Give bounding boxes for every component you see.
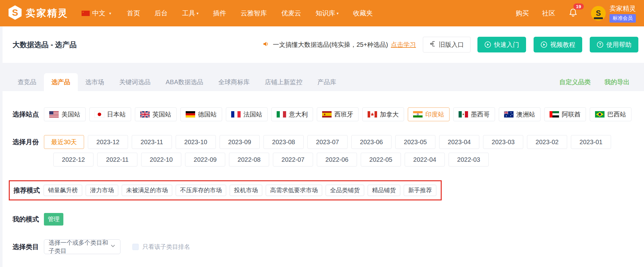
mode-option-潜力市场[interactable]: 潜力市场 — [86, 185, 118, 196]
category-select-placeholder: 选择一个或多个类目和子类目 — [49, 239, 110, 255]
nav-item-插件[interactable]: 插件 — [213, 9, 226, 18]
nav-item-收藏夹[interactable]: 收藏夹 — [353, 9, 373, 18]
month-option-2023-10[interactable]: 2023-10 — [176, 135, 216, 149]
site-options: 美国站日本站英国站德国站法国站意大利西班牙加拿大印度站墨西哥澳洲站阿联酋巴西站 — [44, 107, 631, 121]
action-快速入门[interactable]: 快速入门 — [477, 37, 526, 52]
nav-item-后台[interactable]: 后台 — [155, 9, 168, 18]
month-option-recent30[interactable]: 最近30天 — [44, 135, 84, 149]
site-option-德国站[interactable]: 德国站 — [180, 107, 222, 121]
category-select[interactable]: 选择一个或多个类目和子类目 — [44, 239, 120, 254]
tab-关键词选品[interactable]: 关键词选品 — [112, 73, 158, 91]
site-option-美国站[interactable]: 美国站 — [44, 107, 86, 121]
mode-option-未被满足的市场[interactable]: 未被满足的市场 — [122, 185, 172, 196]
month-option-2022-10[interactable]: 2022-10 — [141, 153, 181, 166]
month-option-2022-05[interactable]: 2022-05 — [361, 153, 401, 166]
site-option-巴西站[interactable]: 巴西站 — [590, 107, 631, 121]
month-option-2023-06[interactable]: 2023-06 — [351, 135, 391, 149]
link-我的导出[interactable]: 我的导出 — [604, 78, 630, 86]
notification-badge: 19 — [573, 3, 584, 9]
tab-店铺上新监控[interactable]: 店铺上新监控 — [257, 73, 310, 91]
action-视频教程[interactable]: 视频教程 — [534, 37, 582, 52]
my-mode-label: 我的模式 — [13, 215, 40, 224]
site-option-西班牙[interactable]: 西班牙 — [317, 107, 359, 121]
month-option-2023-05[interactable]: 2023-05 — [395, 135, 435, 149]
mode-option-全品类铺货[interactable]: 全品类铺货 — [326, 185, 364, 196]
month-option-2023-09[interactable]: 2023-09 — [220, 135, 260, 149]
mode-option-不压库存的市场[interactable]: 不压库存的市场 — [176, 185, 226, 196]
tab-ABA数据选品[interactable]: ABA数据选品 — [158, 73, 211, 91]
month-option-2022-04[interactable]: 2022-04 — [405, 153, 445, 166]
brand-logo[interactable]: S 卖家精灵 — [8, 5, 68, 21]
mode-option-新手推荐[interactable]: 新手推荐 — [404, 185, 436, 196]
tab-right-links: 自定义品类我的导出 — [555, 73, 634, 91]
ca-flag-icon — [368, 111, 377, 117]
nav-item-首页[interactable]: 首页 — [127, 9, 140, 18]
month-option-2023-02[interactable]: 2023-02 — [527, 135, 567, 149]
site-option-法国站[interactable]: 法国站 — [226, 107, 268, 121]
month-filter-row: 选择月份 最近30天2023-122023-112023-102023-0920… — [13, 135, 634, 166]
tab-全球商标库[interactable]: 全球商标库 — [211, 73, 257, 91]
mode-option-投机市场[interactable]: 投机市场 — [230, 185, 262, 196]
month-option-2022-03[interactable]: 2022-03 — [449, 153, 489, 166]
nav-item-优麦云[interactable]: 优麦云 — [281, 9, 301, 18]
month-option-2022-07[interactable]: 2022-07 — [273, 153, 313, 166]
month-option-2022-08[interactable]: 2022-08 — [229, 153, 269, 166]
nav-item-云雅智库[interactable]: 云雅智库 — [241, 9, 267, 18]
play-icon — [484, 41, 491, 48]
mode-option-高需求低要求市场[interactable]: 高需求低要求市场 — [266, 185, 322, 196]
site-option-阿联酋[interactable]: 阿联酋 — [544, 107, 586, 121]
mode-option-销量飙升榜[interactable]: 销量飙升榜 — [44, 185, 82, 196]
site-option-日本站[interactable]: 日本站 — [89, 107, 131, 121]
site-option-英国站[interactable]: 英国站 — [135, 107, 177, 121]
mode-option-精品铺货[interactable]: 精品铺货 — [368, 185, 400, 196]
category-filter-row: 选择类目 选择一个或多个类目和子类目 只看该子类目排名 — [13, 239, 634, 254]
month-option-2023-07[interactable]: 2023-07 — [307, 135, 348, 149]
subcategory-checkbox[interactable] — [132, 244, 139, 250]
chevron-down-icon: ▾ — [337, 11, 339, 16]
month-option-2023-11[interactable]: 2023-11 — [132, 135, 172, 149]
tab-选市场[interactable]: 选市场 — [78, 73, 112, 91]
tab-查竞品[interactable]: 查竞品 — [10, 73, 44, 91]
announcement: 一文搞懂大数据选品(纯实操，25+种选品) 点击学习 — [263, 40, 416, 49]
month-option-2022-06[interactable]: 2022-06 — [317, 153, 357, 166]
gb-flag-icon — [140, 111, 150, 117]
site-option-意大利[interactable]: 意大利 — [271, 107, 313, 121]
month-option-2022-12[interactable]: 2022-12 — [53, 153, 93, 166]
month-option-2022-09[interactable]: 2022-09 — [185, 153, 225, 166]
header-actions: 快速入门视频教程?使用帮助 — [477, 37, 638, 52]
month-option-2023-01[interactable]: 2023-01 — [571, 135, 611, 149]
tab-选产品[interactable]: 选产品 — [44, 73, 78, 91]
notifications-button[interactable]: 19 — [568, 8, 578, 19]
month-option-2023-04[interactable]: 2023-04 — [439, 135, 479, 149]
ae-flag-icon — [550, 111, 559, 117]
nav-item-知识库[interactable]: 知识库▾ — [316, 9, 339, 18]
navbar-right: 购买 社区 19 S 卖家精灵 标准会员 — [516, 4, 636, 23]
nav-community[interactable]: 社区 — [542, 9, 555, 18]
link-自定义品类[interactable]: 自定义品类 — [559, 78, 591, 86]
site-filter-row: 选择站点 美国站日本站英国站德国站法国站意大利西班牙加拿大印度站墨西哥澳洲站阿联… — [13, 107, 634, 121]
subcategory-rank-option[interactable]: 只看该子类目排名 — [132, 243, 190, 251]
site-option-墨西哥[interactable]: 墨西哥 — [453, 107, 495, 121]
tab-产品库[interactable]: 产品库 — [310, 73, 344, 91]
site-option-加拿大[interactable]: 加拿大 — [362, 107, 404, 121]
legacy-entry-button[interactable]: 旧版入口 — [423, 37, 471, 52]
help-icon: ? — [597, 41, 604, 48]
member-level-badge: 标准会员 — [609, 14, 636, 23]
nav-item-工具[interactable]: 工具▾ — [182, 9, 199, 18]
chevron-down-icon: ▾ — [197, 11, 199, 16]
nav-buy[interactable]: 购买 — [516, 9, 529, 18]
it-flag-icon — [277, 111, 286, 117]
manage-button[interactable]: 管理 — [44, 213, 63, 226]
recommend-mode-highlight-box: 推荐模式 销量飙升榜潜力市场未被满足的市场不压库存的市场投机市场高需求低要求市场… — [9, 180, 442, 200]
language-switcher[interactable]: 中文 ▾ — [82, 9, 111, 18]
month-option-2023-12[interactable]: 2023-12 — [88, 135, 128, 149]
announcement-learn-link[interactable]: 点击学习 — [391, 41, 416, 49]
site-option-澳洲站[interactable]: 澳洲站 — [499, 107, 540, 121]
month-filter-label: 选择月份 — [13, 135, 40, 149]
user-area[interactable]: S 卖家精灵 标准会员 — [591, 4, 636, 23]
action-使用帮助[interactable]: ?使用帮助 — [590, 37, 638, 52]
site-option-印度站[interactable]: 印度站 — [408, 107, 450, 121]
month-option-2023-03[interactable]: 2023-03 — [483, 135, 523, 149]
month-option-2022-11[interactable]: 2022-11 — [97, 153, 137, 166]
month-option-2023-08[interactable]: 2023-08 — [263, 135, 304, 149]
